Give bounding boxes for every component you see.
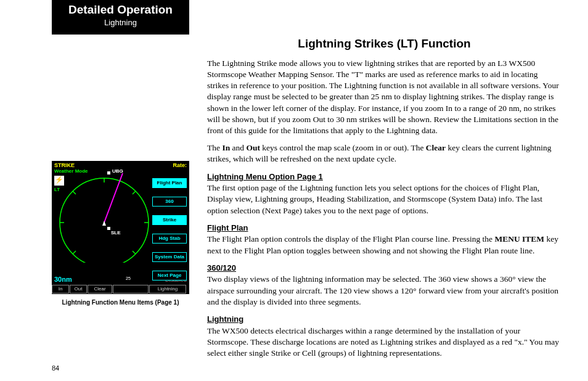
compass-ring-icon xyxy=(58,170,150,263)
waypoint-ubg: UBG xyxy=(112,168,123,174)
menu-hdg-stab: Hdg Stab xyxy=(152,234,187,244)
svg-rect-9 xyxy=(107,171,110,174)
menu-360: 360 xyxy=(152,197,187,207)
subheading: 360/120 xyxy=(207,263,561,274)
intro-paragraph-2: The In and Out keys control the map scal… xyxy=(207,142,561,165)
btn-clear: Clear xyxy=(88,285,112,293)
p2-out: Out xyxy=(246,143,260,152)
svg-line-5 xyxy=(73,191,76,194)
menu-strike: Strike xyxy=(152,215,187,225)
p2-in: In xyxy=(222,143,230,152)
section-header: Detailed Operation Lightning xyxy=(52,0,189,35)
subheading: Flight Plan xyxy=(207,223,561,234)
page-number: 84 xyxy=(52,364,59,372)
section-body: The WX500 detects electrical discharges … xyxy=(207,326,561,359)
section-lightning: Lightning The WX500 detects electrical d… xyxy=(207,314,561,359)
section-body: The first option page of the Lightning f… xyxy=(207,182,561,216)
lt-label: LT xyxy=(54,187,60,192)
intro-paragraph-1: The Lightning Strike mode allows you to … xyxy=(207,58,561,137)
figure-column: STRIKE Weather Mode ⚡ LT Rate: UBG SLE 3… xyxy=(52,161,189,306)
device-screenshot: STRIKE Weather Mode ⚡ LT Rate: UBG SLE 3… xyxy=(52,161,189,294)
svg-marker-10 xyxy=(102,221,106,226)
svg-line-4 xyxy=(133,191,136,194)
p2-text: and xyxy=(230,143,246,152)
btn-out: Out xyxy=(70,285,87,293)
section-flight-plan: Flight Plan The Flight Plan option contr… xyxy=(207,223,561,256)
lightning-icon: ⚡ xyxy=(54,176,64,186)
range-label: 30nm xyxy=(54,276,72,283)
section-360-120: 360/120 Two display views of the lightni… xyxy=(207,263,561,308)
header-subtitle: Lightning xyxy=(52,18,189,27)
range-tick: 25 xyxy=(126,276,131,281)
p2-text: The xyxy=(207,143,222,152)
rate-label: Rate: xyxy=(173,162,187,168)
subheading: Lightning xyxy=(207,314,561,325)
waypoint-sle: SLE xyxy=(111,230,121,236)
main-content: Lightning Strikes (LT) Function The Ligh… xyxy=(207,36,561,365)
svg-rect-11 xyxy=(107,227,110,230)
menu-system-data: System Data xyxy=(152,252,187,262)
weather-mode-label: Weather Mode xyxy=(54,168,88,174)
mode-label: STRIKE xyxy=(54,162,75,168)
figure-caption: Lightning Function Menu Items (Page 1) xyxy=(52,299,189,306)
menu-flight-plan: Flight Plan xyxy=(152,178,187,188)
btn-blank xyxy=(113,285,149,293)
svg-line-8 xyxy=(104,173,123,223)
header-title: Detailed Operation xyxy=(52,3,189,17)
main-heading: Lightning Strikes (LT) Function xyxy=(207,36,561,52)
section-body: The Flight Plan option controls the disp… xyxy=(207,234,561,256)
bottom-button-row: In Out Clear Lightning xyxy=(52,285,189,293)
p2-clear: Clear xyxy=(426,143,446,152)
section-body: Two display views of the lightning infor… xyxy=(207,274,561,308)
btn-in: In xyxy=(52,285,69,293)
svg-line-6 xyxy=(133,251,136,254)
body-text: The Flight Plan option controls the disp… xyxy=(207,234,494,244)
menu-next-page: Next Page xyxy=(152,271,187,281)
svg-line-7 xyxy=(73,251,76,254)
subheading: Lightning Menu Option Page 1 xyxy=(207,171,561,182)
btn-lightning: Lightning xyxy=(149,285,186,293)
section-menu-page-1: Lightning Menu Option Page 1 The first o… xyxy=(207,171,561,216)
menu-item-key: MENU ITEM xyxy=(494,234,544,244)
p2-text: keys control the map scale (zoom in or o… xyxy=(260,143,426,152)
